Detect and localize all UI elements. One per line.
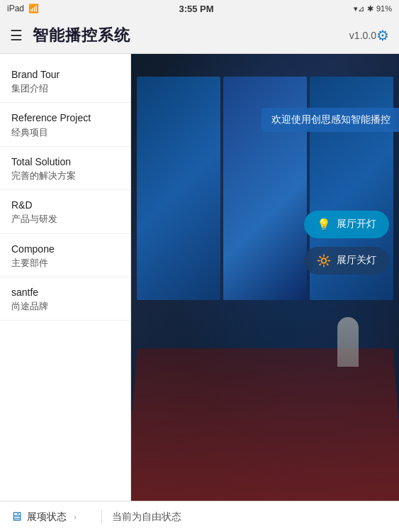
control-buttons: 💡 展厅开灯 🔆 展厅关灯	[304, 211, 389, 275]
sidebar-item-zh: 集团介绍	[11, 82, 119, 95]
device-label: iPad	[7, 4, 24, 13]
lights-off-button[interactable]: 🔆 展厅关灯	[304, 247, 389, 275]
version-label: v1.0.0	[349, 30, 376, 41]
sidebar-item-zh: 尚途品牌	[11, 300, 119, 313]
sidebar-item-zh: 主要部件	[11, 257, 119, 270]
bluetooth-icon: ✱	[367, 4, 373, 13]
sidebar-item-en: santfe	[11, 286, 119, 299]
status-bar-right: ▾⊿ ✱ 91%	[354, 4, 392, 13]
scene-floor	[131, 348, 399, 501]
sidebar-item-component[interactable]: Compone 主要部件	[0, 234, 130, 277]
time-display: 3:55 PM	[179, 4, 213, 14]
sidebar-item-en: Total Solution	[11, 155, 119, 168]
app-title: 智能播控系统	[33, 25, 344, 46]
sidebar-item-total-solution[interactable]: Total Solution 完善的解决方案	[0, 147, 130, 190]
status-text: 当前为自由状态	[102, 511, 181, 523]
chevron-right-icon: ›	[74, 512, 77, 522]
battery-display: 91%	[376, 4, 392, 13]
sidebar-item-santfe[interactable]: santfe 尚途品牌	[0, 277, 130, 321]
menu-icon[interactable]: ☰	[10, 27, 23, 44]
sidebar-item-brand-tour[interactable]: Brand Tour 集团介绍	[0, 60, 130, 103]
sidebar-item-en: Reference Project	[11, 111, 119, 124]
exhibit-icon: 🖥	[10, 509, 23, 524]
wifi-icon: 📶	[28, 4, 39, 13]
exhibit-status-button[interactable]: 🖥 展项状态 ›	[10, 509, 102, 524]
signal-icon: ▾⊿	[354, 4, 364, 13]
bulb-off-icon: 🔆	[317, 254, 331, 267]
status-bar: iPad 📶 3:55 PM ▾⊿ ✱ 91%	[0, 0, 399, 17]
main-layout: Brand Tour 集团介绍 Reference Project 经典项目 T…	[0, 54, 399, 501]
screen-1	[137, 77, 220, 300]
sidebar-item-rd[interactable]: R&D 产品与研发	[0, 190, 130, 233]
welcome-banner: 欢迎使用创思感知智能播控	[262, 108, 399, 132]
footer: 🖥 展项状态 › 当前为自由状态	[0, 501, 399, 532]
scene-person	[337, 317, 359, 367]
status-bar-left: iPad 📶	[7, 4, 39, 13]
exhibit-label: 展项状态	[27, 511, 67, 523]
sidebar-item-zh: 经典项目	[11, 126, 119, 139]
header: ☰ 智能播控系统 v1.0.0 ⚙	[0, 17, 399, 54]
bulb-on-icon: 💡	[317, 218, 331, 231]
sidebar-item-zh: 完善的解决方案	[11, 170, 119, 182]
settings-icon[interactable]: ⚙	[376, 27, 389, 44]
content-area: 欢迎使用创思感知智能播控 💡 展厅开灯 🔆 展厅关灯	[131, 54, 399, 501]
sidebar: Brand Tour 集团介绍 Reference Project 经典项目 T…	[0, 54, 131, 501]
lights-on-label: 展厅开灯	[337, 218, 376, 231]
sidebar-item-en: R&D	[11, 199, 119, 211]
sidebar-item-reference-project[interactable]: Reference Project 经典项目	[0, 103, 130, 146]
content-bg: 欢迎使用创思感知智能播控 💡 展厅开灯 🔆 展厅关灯	[131, 54, 399, 501]
lights-on-button[interactable]: 💡 展厅开灯	[304, 211, 389, 238]
lights-off-label: 展厅关灯	[337, 254, 376, 267]
sidebar-item-en: Brand Tour	[11, 68, 119, 81]
sidebar-item-en: Compone	[11, 243, 119, 255]
sidebar-item-zh: 产品与研发	[11, 213, 119, 226]
